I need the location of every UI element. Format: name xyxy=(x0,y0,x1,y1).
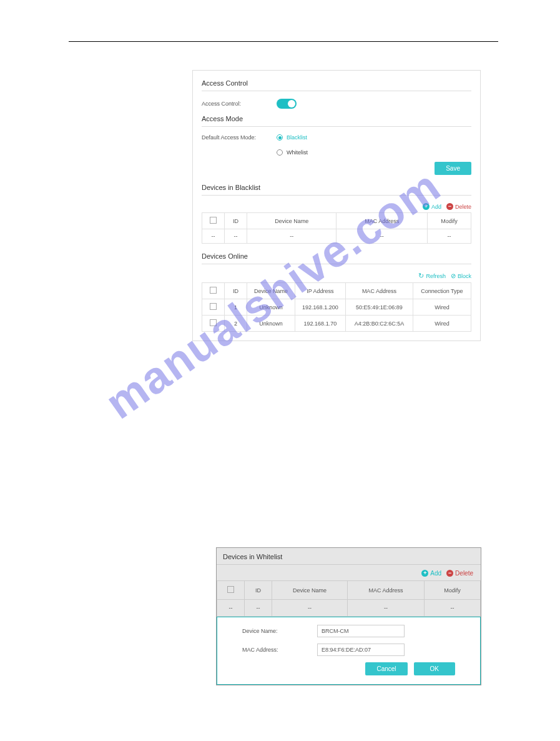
refresh-button[interactable]: Refresh xyxy=(418,272,446,280)
save-button[interactable]: Save xyxy=(435,162,471,175)
refresh-label: Refresh xyxy=(426,273,446,279)
section-blacklist: Devices in Blacklist xyxy=(202,184,471,196)
radio-icon xyxy=(277,149,283,156)
col-conn: Connection Type xyxy=(413,283,471,299)
radio-whitelist[interactable]: Whitelist xyxy=(277,149,308,156)
add-button[interactable]: + Add xyxy=(423,203,441,210)
block-button[interactable]: Block xyxy=(451,272,471,279)
col-modify: Modify xyxy=(428,213,471,229)
col-id: ID xyxy=(225,213,247,229)
checkbox-row[interactable] xyxy=(210,319,217,326)
radio-icon xyxy=(277,134,283,141)
plus-icon: + xyxy=(423,203,430,210)
delete-button[interactable]: − Delete xyxy=(446,570,473,577)
table-header-row: ID Device Name MAC Address Modify xyxy=(202,213,471,229)
device-name-input[interactable] xyxy=(317,625,405,637)
section-access-mode: Access Mode xyxy=(202,115,471,127)
table-header-row: ID Device Name IP Address MAC Address Co… xyxy=(202,283,471,299)
radio-blacklist[interactable]: Blacklist xyxy=(277,134,308,141)
checkbox-all[interactable] xyxy=(210,287,217,294)
col-device: Device Name xyxy=(272,581,348,600)
block-icon xyxy=(451,272,456,279)
blacklist-table: ID Device Name MAC Address Modify -- -- … xyxy=(202,212,471,244)
checkbox-all[interactable] xyxy=(227,586,234,593)
table-row: 2 Unknown 192.168.1.70 A4:2B:B0:C2:6C:5A… xyxy=(202,316,471,332)
add-button[interactable]: + Add xyxy=(421,570,441,577)
table-header-row: ID Device Name MAC Address Modify xyxy=(217,581,481,600)
access-control-toggle[interactable] xyxy=(277,99,297,109)
cancel-button[interactable]: Cancel xyxy=(365,662,407,675)
col-mac: MAC Address xyxy=(336,213,428,229)
whitelist-panel: Devices in Whitelist + Add − Delete ID D… xyxy=(216,547,481,685)
col-mac: MAC Address xyxy=(345,283,413,299)
col-device: Device Name xyxy=(247,283,295,299)
delete-label: Delete xyxy=(455,204,471,210)
checkbox-row[interactable] xyxy=(210,303,217,310)
mac-address-input[interactable] xyxy=(317,644,405,656)
whitelist-table: ID Device Name MAC Address Modify -- -- … xyxy=(217,580,481,617)
radio-blacklist-label: Blacklist xyxy=(287,134,307,141)
whitelist-form: Device Name: MAC Address: Cancel OK xyxy=(217,617,481,685)
section-access-control: Access Control xyxy=(202,79,471,91)
table-row: 1 Unknown 192.168.1.200 50:E5:49:1E:06:8… xyxy=(202,299,471,316)
refresh-icon xyxy=(418,272,424,280)
col-modify: Modify xyxy=(425,581,481,600)
plus-icon: + xyxy=(421,570,428,577)
ok-button[interactable]: OK xyxy=(414,662,455,675)
col-device: Device Name xyxy=(247,213,336,229)
add-label: Add xyxy=(431,204,441,210)
table-row: -- -- -- -- -- xyxy=(202,229,471,244)
table-row: -- -- -- -- -- xyxy=(217,600,481,617)
checkbox-all[interactable] xyxy=(210,217,217,224)
radio-whitelist-label: Whitelist xyxy=(287,149,308,156)
col-id: ID xyxy=(245,581,272,600)
minus-icon: − xyxy=(446,203,453,210)
page-rule xyxy=(69,41,498,42)
minus-icon: − xyxy=(446,570,453,577)
delete-button[interactable]: − Delete xyxy=(446,203,471,210)
col-id: ID xyxy=(225,283,247,299)
col-mac: MAC Address xyxy=(348,581,425,600)
delete-label: Delete xyxy=(455,570,473,577)
section-whitelist: Devices in Whitelist xyxy=(217,548,481,565)
access-control-panel: Access Control Access Control: Access Mo… xyxy=(192,70,481,341)
default-mode-label: Default Access Mode: xyxy=(202,134,277,141)
block-label: Block xyxy=(458,273,471,279)
col-ip: IP Address xyxy=(295,283,345,299)
section-online: Devices Online xyxy=(202,252,471,264)
device-name-label: Device Name: xyxy=(242,628,317,634)
access-control-label: Access Control: xyxy=(202,101,277,107)
add-label: Add xyxy=(430,570,441,577)
online-table: ID Device Name IP Address MAC Address Co… xyxy=(202,282,471,332)
mac-address-label: MAC Address: xyxy=(242,647,317,653)
